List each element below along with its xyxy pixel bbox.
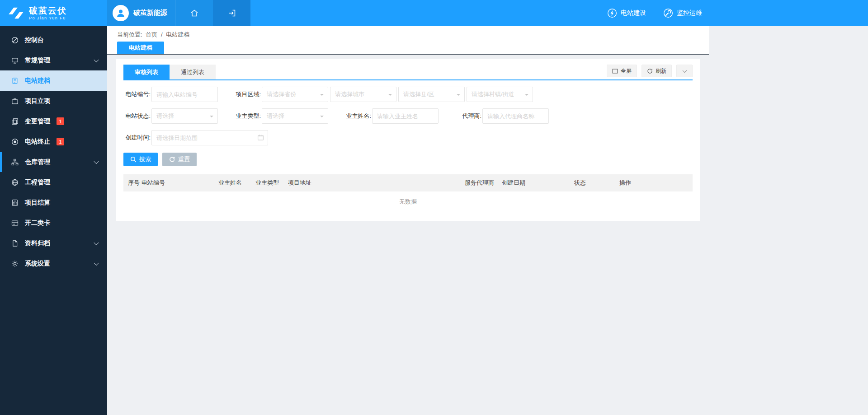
station-status-label: 电站状态: <box>123 112 151 120</box>
brand-subtitle: Po Jian Yun Fu <box>29 16 67 20</box>
search-button[interactable]: 搜索 <box>123 153 158 166</box>
province-select-value: 请选择省份 <box>267 90 296 98</box>
filter-owner-name: 业主姓名: <box>344 108 439 124</box>
reset-button[interactable]: 重置 <box>162 153 197 166</box>
col-station-no: 电站编号 <box>142 179 218 187</box>
tab-review-list[interactable]: 审核列表 <box>123 65 170 79</box>
sidebar-item-label: 仓库管理 <box>25 158 50 166</box>
sidebar-item-project-initiation[interactable]: 项目立项 <box>0 91 107 111</box>
refresh-icon <box>647 68 653 74</box>
owner-type-select[interactable]: 请选择 <box>262 108 328 124</box>
globe-icon <box>11 178 19 187</box>
tab-passed-list[interactable]: 通过列表 <box>170 65 216 79</box>
monitor-icon <box>11 56 19 65</box>
filter-station-status: 电站状态: 请选择 <box>123 108 218 124</box>
village-select[interactable]: 请选择村镇/街道 <box>467 87 533 102</box>
reset-icon <box>169 156 175 163</box>
owner-type-value: 请选择 <box>267 112 284 120</box>
breadcrumb-current: 电站建档 <box>166 31 189 38</box>
owner-name-label: 业主姓名: <box>344 112 371 120</box>
caret-down-icon <box>457 94 460 98</box>
sidebar-item-general-mgmt[interactable]: 常规管理 <box>0 50 107 70</box>
filter-row-3: 创建时间: <box>123 130 693 145</box>
col-service-agent: 服务代理商 <box>465 179 502 187</box>
fullscreen-label: 全屏 <box>621 67 632 75</box>
brand-logo-icon <box>7 6 25 20</box>
station-status-select[interactable]: 请选择 <box>151 108 218 124</box>
filter-region: 项目区域: 请选择省份 请选择城市 请选择县/区 请选择村镇/街道 <box>234 87 533 102</box>
sidebar-item-warehouse-mgmt[interactable]: 仓库管理 <box>0 152 107 172</box>
county-select[interactable]: 请选择县/区 <box>398 87 465 102</box>
filter-row-2: 电站状态: 请选择 业主类型: 请选择 业主姓名: 代理商: <box>123 108 693 124</box>
page-header: 当前位置: 首页 / 电站建档 电站建档 <box>107 26 709 55</box>
city-select[interactable]: 请选择城市 <box>330 87 396 102</box>
refresh-label: 刷新 <box>656 67 666 75</box>
home-icon <box>190 9 199 18</box>
col-project-address: 项目地址 <box>288 179 465 187</box>
logout-button[interactable] <box>213 0 250 26</box>
sidebar-item-station-archive[interactable]: 电站建档 <box>0 70 107 91</box>
stop-circle-icon <box>11 138 19 146</box>
copy-icon <box>11 117 19 126</box>
col-owner-name: 业主姓名 <box>218 179 255 187</box>
refresh-button[interactable]: 刷新 <box>642 65 672 77</box>
nav-station-build[interactable]: 电站建设 <box>607 8 646 18</box>
owner-name-input[interactable] <box>372 108 439 124</box>
sidebar-item-change-mgmt[interactable]: 变更管理 1 <box>0 111 107 131</box>
sidebar-item-station-terminate[interactable]: 电站终止 1 <box>0 131 107 152</box>
sidebar-item-engineering-mgmt[interactable]: 工程管理 <box>0 172 107 192</box>
nav-station-build-label: 电站建设 <box>621 9 646 17</box>
owner-type-label: 业主类型: <box>234 112 261 120</box>
fullscreen-button[interactable]: 全屏 <box>607 65 637 77</box>
page-tab-station-archive[interactable]: 电站建档 <box>117 42 164 54</box>
card-toolbar: 全屏 刷新 <box>607 65 693 79</box>
filter-actions: 搜索 重置 <box>123 153 693 166</box>
collapse-panel-button[interactable] <box>676 65 693 77</box>
breadcrumb-home-link[interactable]: 首页 <box>146 31 157 38</box>
chevron-down-icon <box>682 68 687 73</box>
company-name: 破茧新能源 <box>133 9 167 17</box>
county-select-value: 请选择县/区 <box>403 90 434 98</box>
station-no-input[interactable] <box>151 87 218 102</box>
sitemap-icon <box>11 158 19 166</box>
sidebar-item-label: 常规管理 <box>25 56 50 65</box>
sidebar-item-console[interactable]: 控制台 <box>0 30 107 50</box>
table-empty-state: 无数据 <box>123 191 693 212</box>
brand-title: 破茧云伏 <box>29 6 67 15</box>
agent-input[interactable] <box>482 108 549 124</box>
count-badge: 1 <box>57 138 64 145</box>
date-range-input[interactable] <box>151 130 268 145</box>
home-button[interactable] <box>175 0 213 26</box>
sidebar-item-label: 开二类卡 <box>25 219 50 227</box>
sidebar-item-label: 系统设置 <box>25 260 50 268</box>
sidebar-item-data-archive[interactable]: 资料归档 <box>0 233 107 253</box>
chevron-down-icon <box>94 240 99 245</box>
col-status: 状态 <box>574 179 619 187</box>
count-badge: 1 <box>57 117 64 125</box>
caret-down-icon <box>320 94 324 98</box>
breadcrumb-prefix: 当前位置: <box>117 31 142 38</box>
caret-down-icon <box>525 94 528 98</box>
province-select[interactable]: 请选择省份 <box>262 87 328 102</box>
card-tabs: 审核列表 通过列表 全屏 刷 <box>123 65 693 80</box>
caret-down-icon <box>388 94 392 98</box>
table-header-row: 序号 电站编号 业主姓名 业主类型 项目地址 服务代理商 创建日期 状态 操作 <box>123 174 693 191</box>
breadcrumb-separator: / <box>161 31 163 38</box>
dashboard-icon <box>11 36 19 44</box>
sidebar-item-label: 项目立项 <box>25 97 50 105</box>
calculator-icon <box>11 199 19 207</box>
main-content: 当前位置: 首页 / 电站建档 电站建档 审核列表 通过列表 全屏 <box>107 26 868 415</box>
sidebar-item-project-settlement[interactable]: 项目结算 <box>0 192 107 213</box>
chevron-down-icon <box>94 159 99 163</box>
nav-monitor-ops[interactable]: 监控运维 <box>663 8 702 18</box>
user-menu[interactable]: 破茧新能源 <box>107 0 175 26</box>
filter-station-no: 电站编号: <box>123 87 218 102</box>
sidebar-item-label: 电站终止 <box>25 138 50 146</box>
user-avatar-icon <box>113 5 129 21</box>
sidebar-item-system-settings[interactable]: 系统设置 <box>0 253 107 274</box>
sidebar-item-type2-card[interactable]: 开二类卡 <box>0 213 107 233</box>
topbar: 破茧云伏 Po Jian Yun Fu 破茧新能源 <box>0 0 868 26</box>
village-select-value: 请选择村镇/街道 <box>472 90 514 98</box>
reset-button-label: 重置 <box>178 155 190 163</box>
topbar-right-nav: 电站建设 监控运维 <box>607 0 702 26</box>
